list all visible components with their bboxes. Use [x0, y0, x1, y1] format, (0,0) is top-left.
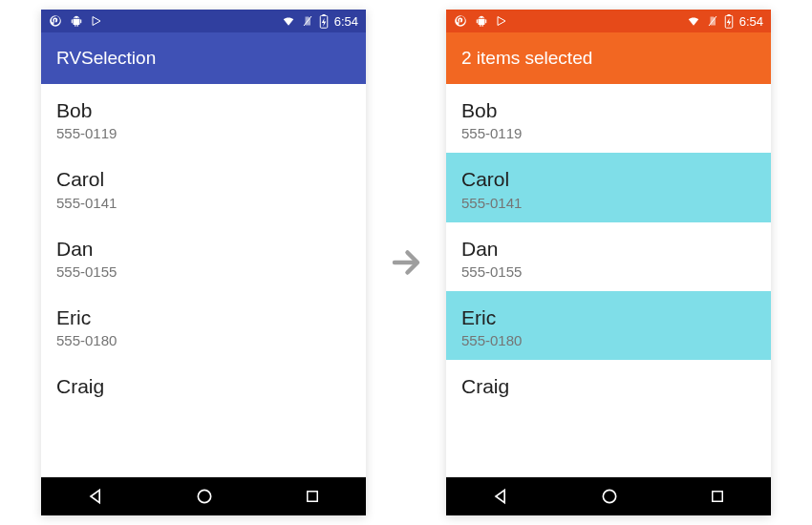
status-left [49, 14, 102, 28]
nav-recent-icon[interactable] [709, 488, 726, 505]
contact-name: Eric [56, 304, 351, 330]
contact-list[interactable]: Bob 555-0119 Carol 555-0141 Dan 555-0155… [446, 84, 771, 477]
status-time: 6:54 [334, 14, 358, 29]
contact-name: Bob [56, 97, 351, 123]
contact-name: Craig [461, 373, 756, 399]
contact-phone: 555-0155 [461, 263, 756, 280]
list-item-selected[interactable]: Eric 555-0180 [446, 291, 771, 360]
contact-name: Eric [461, 304, 756, 330]
phone-before: 6:54 RVSelection Bob 555-0119 Carol 555-… [41, 10, 366, 515]
action-mode-bar: 2 items selected [446, 32, 771, 84]
list-item[interactable]: Bob 555-0119 [41, 84, 366, 153]
contact-name: Dan [56, 236, 351, 262]
selection-count: 2 items selected [461, 48, 592, 69]
android-icon [475, 14, 488, 28]
list-item[interactable]: Dan 555-0155 [41, 222, 366, 291]
nav-back-icon[interactable] [86, 487, 105, 506]
nav-home-icon[interactable] [195, 487, 214, 506]
svg-rect-12 [713, 492, 723, 502]
list-item[interactable]: Carol 555-0141 [41, 153, 366, 221]
status-right: 6:54 [281, 14, 358, 29]
contact-phone: 555-0155 [56, 263, 351, 280]
status-bar: 6:54 [41, 10, 366, 32]
transition-arrow-icon [389, 245, 423, 280]
status-left [454, 14, 507, 28]
nav-bar [446, 477, 771, 515]
no-sim-icon [302, 14, 313, 28]
list-item[interactable]: Dan 555-0155 [446, 222, 771, 291]
svg-point-4 [198, 490, 210, 502]
nav-bar [41, 477, 366, 515]
list-item-selected[interactable]: Carol 555-0141 [446, 153, 771, 221]
contact-phone: 555-0141 [461, 195, 756, 211]
svg-point-11 [603, 490, 615, 502]
nav-back-icon[interactable] [491, 487, 510, 506]
list-item[interactable]: Bob 555-0119 [446, 84, 771, 153]
play-icon [496, 15, 507, 27]
app-bar: RVSelection [41, 32, 366, 84]
svg-rect-3 [322, 14, 325, 16]
contact-name: Craig [56, 373, 351, 399]
contact-name: Carol [56, 166, 351, 192]
contact-name: Carol [461, 166, 756, 192]
app-title: RVSelection [56, 48, 156, 69]
contact-phone: 555-0119 [461, 125, 756, 141]
contact-phone: 555-0180 [56, 332, 351, 348]
contact-phone: 555-0180 [461, 332, 756, 348]
wifi-icon [281, 14, 296, 28]
list-item[interactable]: Eric 555-0180 [41, 291, 366, 360]
contact-name: Bob [461, 97, 756, 123]
status-time: 6:54 [739, 14, 763, 29]
svg-rect-5 [308, 492, 318, 502]
pinterest-icon [454, 14, 467, 28]
phone-after: 6:54 2 items selected Bob 555-0119 Carol… [446, 10, 771, 515]
status-right: 6:54 [686, 14, 763, 29]
contact-name: Dan [461, 236, 756, 262]
contact-phone: 555-0119 [56, 125, 351, 141]
wifi-icon [686, 14, 701, 28]
android-icon [70, 14, 83, 28]
nav-recent-icon[interactable] [304, 488, 321, 505]
pinterest-icon [49, 14, 62, 28]
list-item[interactable]: Craig [41, 360, 366, 401]
no-sim-icon [707, 14, 718, 28]
battery-charging-icon [724, 14, 734, 29]
contact-phone: 555-0141 [56, 195, 351, 211]
contact-list[interactable]: Bob 555-0119 Carol 555-0141 Dan 555-0155… [41, 84, 366, 477]
status-bar: 6:54 [446, 10, 771, 32]
list-item[interactable]: Craig [446, 360, 771, 401]
battery-charging-icon [319, 14, 329, 29]
nav-home-icon[interactable] [600, 487, 619, 506]
svg-rect-10 [727, 14, 730, 16]
play-icon [91, 15, 102, 27]
